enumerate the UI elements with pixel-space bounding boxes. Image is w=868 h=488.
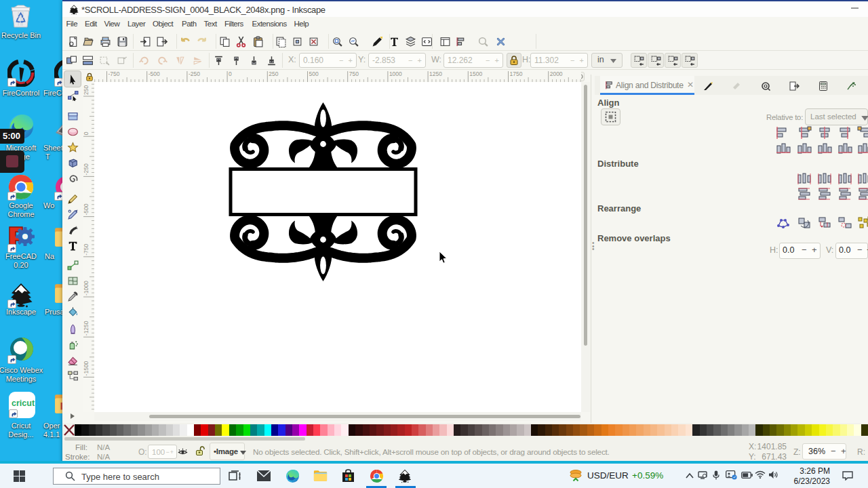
- svg-text:1750: 1750: [510, 70, 523, 77]
- svg-text:-750: -750: [108, 70, 120, 77]
- svg-text:2000: 2000: [550, 70, 563, 77]
- svg-text:1250: 1250: [429, 70, 442, 77]
- svg-text:-500: -500: [149, 70, 160, 77]
- svg-text:0: 0: [83, 131, 90, 135]
- svg-text:1500: 1500: [469, 70, 482, 77]
- svg-text:500: 500: [309, 70, 319, 77]
- svg-text:-750: -750: [83, 244, 90, 256]
- svg-text:-1500: -1500: [83, 361, 90, 375]
- svg-text:750: 750: [349, 70, 359, 77]
- svg-text:-250: -250: [83, 163, 90, 175]
- svg-text:-1250: -1250: [83, 321, 90, 336]
- svg-text:-250: -250: [189, 70, 200, 77]
- svg-text:-500: -500: [83, 203, 90, 215]
- svg-text:0: 0: [229, 70, 232, 77]
- svg-text:250: 250: [83, 85, 90, 95]
- svg-text:1000: 1000: [389, 70, 402, 77]
- svg-text:250: 250: [269, 70, 278, 77]
- svg-text:-1000: -1000: [83, 281, 90, 296]
